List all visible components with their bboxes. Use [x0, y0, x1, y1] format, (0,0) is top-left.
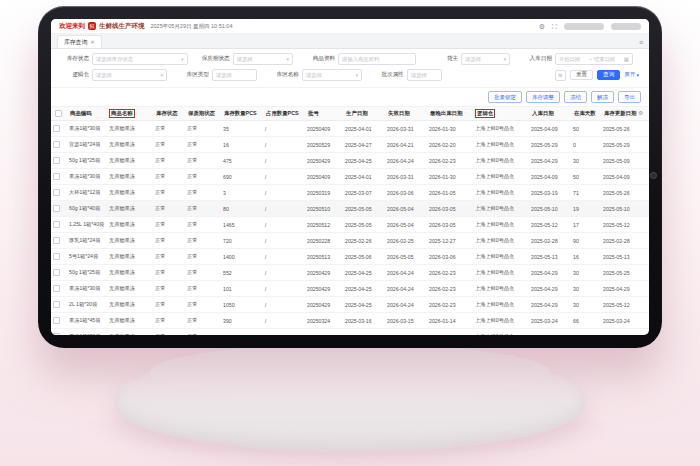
table-cell: 2025-04-25: [343, 297, 385, 313]
action-button-批量锁定[interactable]: 批量锁定: [488, 91, 522, 103]
filter-select[interactable]: 请选择▾: [92, 69, 167, 81]
table-cell: 无蔗糖果冻: [107, 201, 153, 217]
action-button-导出[interactable]: 导出: [618, 91, 641, 103]
table-body: 果冻1箱*30袋无蔗糖果冻正常正常35/202504092025-04-0120…: [51, 121, 649, 336]
close-icon[interactable]: ✕: [90, 39, 95, 45]
table-row[interactable]: 果冻1箱*30袋无蔗糖果冻正常正常101/202504292025-04-252…: [51, 281, 649, 297]
table-cell: 2025-04-25: [343, 265, 385, 281]
table-cell: 60g 1箱*40袋: [67, 201, 107, 217]
table-cell: 2026-04-21: [385, 137, 427, 153]
tab-inventory-query[interactable]: 库存查询 ✕: [57, 35, 102, 48]
table-cell: 2026-01-05: [427, 185, 473, 201]
table-cell: 53: [571, 329, 601, 336]
table-row[interactable]: 果冻1箱*30袋无蔗糖果冻正常正常899/202504062025-04-012…: [51, 329, 649, 336]
table-cell: 80: [221, 201, 263, 217]
table-cell: 上海上鲜0号品仓: [473, 265, 529, 281]
column-header: 批号: [305, 107, 343, 121]
filter-input[interactable]: 请输入商品资料: [338, 53, 416, 65]
filter-input[interactable]: 请选择: [407, 69, 442, 81]
table-cell: 无蔗糖果冻: [107, 249, 153, 265]
table-row[interactable]: 2L 1箱*30袋无蔗糖果冻正常正常1050/202504292025-04-2…: [51, 297, 649, 313]
filter-placeholder: 请选择库存状态: [96, 56, 179, 63]
table-row[interactable]: 果冻1箱*30袋无蔗糖果冻正常正常690/202504092025-04-012…: [51, 169, 649, 185]
table-cell: 475: [221, 153, 263, 169]
row-checkbox[interactable]: [53, 173, 60, 180]
row-checkbox[interactable]: [53, 301, 60, 308]
action-button-冻结[interactable]: 冻结: [564, 91, 587, 103]
table-row[interactable]: 宜选1箱*24袋无蔗糖果冻正常正常16/202505292025-04-2720…: [51, 137, 649, 153]
row-checkbox[interactable]: [53, 317, 60, 324]
row-checkbox[interactable]: [53, 157, 60, 164]
chevron-down-icon: ▾: [355, 72, 358, 78]
table-cell: 上海上鲜0号品仓: [473, 217, 529, 233]
table-cell: 390: [221, 313, 263, 329]
filter-select[interactable]: 请选择▾: [302, 69, 362, 81]
filter-placeholder: 请选择: [306, 72, 353, 79]
table-cell: 正常: [153, 217, 185, 233]
table-cell: 50: [571, 169, 601, 185]
table-cell: 正常: [185, 217, 221, 233]
fullscreen-icon[interactable]: ⛶: [552, 23, 557, 30]
table-row[interactable]: 果冻1箱*45袋无蔗糖果冻正常正常390/202503242025-03-162…: [51, 313, 649, 329]
table-row[interactable]: 50g 1箱*25袋无蔗糖果冻正常正常552/202504292025-04-2…: [51, 265, 649, 281]
table-cell: 2025-04-06: [529, 329, 571, 336]
table-row[interactable]: 60g 1箱*40袋无蔗糖果冻正常正常80/202505102025-05-05…: [51, 201, 649, 217]
filter-select[interactable]: 请选择▾: [233, 53, 293, 65]
gear-icon[interactable]: ⚙: [539, 23, 545, 30]
user-avatar-blurred[interactable]: [611, 23, 641, 30]
select-all-checkbox[interactable]: [55, 110, 62, 117]
action-button-解冻[interactable]: 解冻: [591, 91, 614, 103]
table-row[interactable]: 厚乳1箱*24袋无蔗糖果冻正常正常720/202502282025-02-262…: [51, 233, 649, 249]
row-checkbox[interactable]: [53, 333, 60, 335]
row-checkbox[interactable]: [53, 205, 60, 212]
table-cell: 无蔗糖果冻: [107, 185, 153, 201]
table-cell: 2026-05-04: [385, 201, 427, 217]
row-checkbox[interactable]: [53, 253, 60, 260]
search-button[interactable]: 查询: [597, 70, 620, 80]
table-cell: 2025-05-26: [601, 185, 649, 201]
filter-row-1: 库存状态请选择库存状态▾保质期状态请选择▾商品资料请输入商品资料货主请选择▾入库…: [55, 53, 641, 65]
expand-toggle[interactable]: 展开 ▾: [624, 71, 639, 79]
table-row[interactable]: 果冻1箱*30袋无蔗糖果冻正常正常35/202504092025-04-0120…: [51, 121, 649, 137]
filter-config-icon[interactable]: ≋: [555, 70, 566, 81]
row-checkbox[interactable]: [53, 221, 60, 228]
column-settings-icon[interactable]: ⚙: [638, 110, 643, 116]
table-cell: 20250409: [305, 169, 343, 185]
filter-group-商品资料: 商品资料请输入商品资料: [301, 53, 424, 65]
table-cell: 2026-04-24: [385, 265, 427, 281]
filter-select[interactable]: 请选择▾: [461, 53, 510, 65]
table-cell: 2025-05-29: [601, 137, 649, 153]
table-cell: 50g 1箱*25袋: [67, 153, 107, 169]
action-button-库存调整[interactable]: 库存调整: [526, 91, 560, 103]
table-cell: 正常: [153, 297, 185, 313]
row-checkbox[interactable]: [53, 285, 60, 292]
table-cell: 2025-04-29: [529, 297, 571, 313]
row-checkbox-cell: [51, 137, 67, 153]
table-cell: 无蔗糖果冻: [107, 153, 153, 169]
row-checkbox[interactable]: [53, 125, 60, 132]
table-row[interactable]: 5号1箱*24袋无蔗糖果冻正常正常1400/202505132025-05-06…: [51, 249, 649, 265]
reset-button[interactable]: 重置: [570, 70, 593, 80]
filter-select[interactable]: 请选择库存状态▾: [92, 53, 188, 65]
table-cell: 果冻1箱*45袋: [67, 313, 107, 329]
user-info-blurred[interactable]: [564, 23, 604, 30]
table-row[interactable]: 1.25L 1箱*40袋无蔗糖果冻正常正常1465/202505122025-0…: [51, 217, 649, 233]
row-checkbox-cell: [51, 313, 67, 329]
filter-input[interactable]: 请选择: [212, 69, 257, 81]
row-checkbox[interactable]: [53, 141, 60, 148]
row-checkbox[interactable]: [53, 269, 60, 276]
column-header: 逻辑仓: [473, 107, 529, 121]
column-header: 最晚出库日期: [427, 107, 473, 121]
filter-group-逻辑仓: 逻辑仓请选择▾: [55, 69, 175, 81]
row-checkbox[interactable]: [53, 237, 60, 244]
table-cell: 无蔗糖果冻: [107, 313, 153, 329]
table-row[interactable]: 50g 1箱*25袋无蔗糖果冻正常正常475/202504292025-04-2…: [51, 153, 649, 169]
table-row[interactable]: 大杯1箱*12袋无蔗糖果冻正常正常3/202503192025-03-07202…: [51, 185, 649, 201]
row-checkbox[interactable]: [53, 189, 60, 196]
table-cell: 无蔗糖果冻: [107, 297, 153, 313]
table-cell: 20250324: [305, 313, 343, 329]
tab-menu-icon[interactable]: ≡: [639, 39, 643, 46]
table-cell: 2025-04-09: [601, 169, 649, 185]
table-cell: 厚乳1箱*24袋: [67, 233, 107, 249]
date-range-input[interactable]: 开始日期~结束日期▦: [555, 53, 633, 65]
